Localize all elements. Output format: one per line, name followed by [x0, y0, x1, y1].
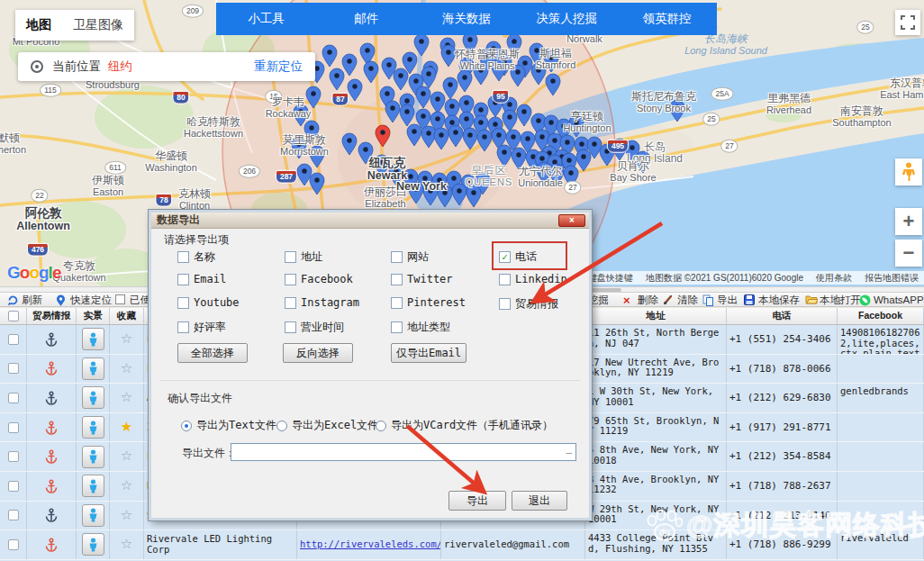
select-all-checkbox[interactable] [8, 311, 19, 321]
anchor-icon [45, 421, 58, 435]
table-row[interactable]: ☆Rivervale LED Lighting Corphttp://river… [0, 530, 924, 560]
export-option-Pinterest[interactable]: Pinterest [391, 296, 466, 309]
pegman-blue-icon [88, 391, 98, 405]
checkbox-icon [391, 274, 403, 285]
export-option-好评率[interactable]: 好评率 [177, 320, 226, 335]
col-header-0[interactable] [0, 308, 27, 324]
col-header-1[interactable]: 贸易情报 [27, 308, 77, 324]
route-shield: 95 [492, 90, 509, 104]
col-header-3[interactable]: 收藏 [110, 308, 144, 324]
dialog-titlebar[interactable]: 数据导出 × [151, 213, 589, 229]
nav-tab-3[interactable]: 决策人挖掘 [517, 3, 617, 35]
street-view-button[interactable] [82, 446, 104, 468]
nav-tab-1[interactable]: 邮件 [316, 3, 416, 35]
export-button[interactable]: 导出 [448, 491, 506, 511]
row-checkbox[interactable] [8, 451, 19, 462]
toolbar-item-local-open[interactable]: 本地打开 [805, 293, 861, 307]
export-option-Youtube[interactable]: Youtube [177, 296, 240, 309]
export-option-Instagram[interactable]: Instagram [285, 296, 359, 309]
map-tab[interactable]: 地图 [15, 17, 62, 33]
favorite-star[interactable]: ★ [121, 422, 132, 433]
cell-address: 79 65th St, Brooklyn, NY 11219 [585, 413, 727, 442]
street-view-button[interactable] [82, 416, 104, 439]
toolbar-item-export[interactable]: 导出 [702, 293, 738, 307]
zoom-out-button[interactable]: − [895, 240, 922, 267]
export-option-营业时间[interactable]: 营业时间 [285, 320, 344, 335]
toolbar-item-refresh[interactable]: 刷新 [7, 293, 42, 307]
export-option-Linkedin[interactable]: Linkedin [499, 273, 567, 285]
nav-tab-2[interactable]: 海关数据 [416, 3, 516, 35]
export-option-名称[interactable]: 名称 [177, 249, 215, 265]
favorite-star[interactable]: ☆ [121, 334, 132, 345]
checkbox-icon [391, 321, 403, 333]
format-radio-0[interactable]: 导出为Text文件 [181, 418, 276, 433]
row-checkbox[interactable] [8, 393, 19, 403]
row-checkbox[interactable] [8, 422, 19, 433]
row-checkbox[interactable] [8, 363, 19, 374]
favorite-star[interactable]: ☆ [121, 481, 132, 492]
export-option-贸易情报[interactable]: 贸易情报 [499, 296, 558, 312]
col-header-9[interactable]: Facebook [838, 308, 924, 324]
location-bar: 当前位置 纽约 重新定位 [18, 52, 315, 81]
street-view-button[interactable] [82, 475, 104, 497]
toolbar-item-whatsapp-verify[interactable]: WhatsAPP验证 [859, 293, 924, 307]
export-option-Facebook[interactable]: Facebook [285, 273, 353, 285]
map-type-toggle: 地图 卫星图像 [15, 10, 134, 41]
export-option-地址类型[interactable]: 地址类型 [391, 320, 450, 335]
col-header-7[interactable]: 地址 [585, 308, 727, 324]
export-option-Email[interactable]: Email [177, 273, 226, 285]
favorite-star[interactable]: ☆ [121, 393, 132, 403]
format-radio-1[interactable]: 导出为Excel文件 [276, 418, 378, 433]
street-view-button[interactable] [82, 386, 104, 409]
nav-tab-0[interactable]: 小工具 [216, 3, 316, 35]
street-view-button[interactable] [82, 504, 104, 527]
relocate-link[interactable]: 重新定位 [254, 59, 303, 75]
report-error-link[interactable]: 报告地图错误 [865, 272, 919, 285]
toolbar-item-clear[interactable]: 清除 [663, 293, 698, 307]
format-radio-2[interactable]: 导出为VCard文件（手机通讯录） [376, 418, 553, 433]
route-shield: 22 [31, 189, 48, 203]
export-file-label: 导出文件： [182, 446, 236, 461]
toolbar-item-local-save[interactable]: 本地保存 [744, 293, 800, 307]
favorite-star[interactable]: ☆ [121, 539, 132, 550]
checkbox-icon [177, 274, 189, 285]
dialog-title: 数据导出 [157, 213, 200, 228]
website-link[interactable]: http://rivervaleleds.com/ [300, 539, 441, 550]
row-checkbox[interactable] [8, 481, 19, 492]
anchor-icon [45, 538, 58, 552]
dialog-close-button[interactable]: × [558, 214, 585, 227]
nav-tab-4[interactable]: 领英群控 [617, 3, 717, 35]
street-view-button[interactable] [82, 357, 104, 380]
col-header-2[interactable]: 实景 [77, 308, 110, 324]
favorite-star[interactable]: ☆ [121, 364, 132, 375]
pegman-button[interactable] [895, 158, 922, 185]
export-email-only-button[interactable]: 仅导出Email [391, 343, 467, 363]
route-shield: 87 [331, 93, 349, 106]
street-view-button[interactable] [82, 328, 104, 350]
street-view-button[interactable] [82, 533, 104, 556]
select-all-button[interactable]: 全部选择 [177, 343, 248, 363]
cell-facebook [838, 442, 924, 471]
zoom-in-button[interactable]: + [895, 208, 922, 235]
exit-button[interactable]: 退出 [512, 491, 567, 511]
export-option-Twitter[interactable]: Twitter [391, 273, 453, 285]
dialog-divider [160, 380, 580, 381]
checkbox-icon [285, 251, 296, 263]
row-checkbox[interactable] [8, 510, 19, 520]
col-header-8[interactable]: 电话 [727, 308, 838, 324]
row-checkbox[interactable] [8, 539, 19, 550]
terms-link[interactable]: 使用条款 [816, 272, 852, 285]
invert-selection-button[interactable]: 反向选择 [283, 343, 353, 363]
export-option-地址[interactable]: 地址 [285, 249, 322, 265]
satellite-tab[interactable]: 卫星图像 [62, 17, 134, 33]
fullscreen-button[interactable] [895, 10, 920, 35]
keyboard-shortcuts-link[interactable]: 键盘快捷键 [588, 272, 633, 285]
cell-address: 4433 College Point Blvd, Flushing, NY 11… [585, 530, 727, 559]
export-option-网站[interactable]: 网站 [391, 249, 429, 265]
toolbar-item-quick-locate[interactable]: 快速定位 [56, 293, 112, 307]
export-file-input[interactable]: — [231, 443, 576, 461]
favorite-star[interactable]: ☆ [121, 451, 132, 462]
favorite-star[interactable]: ☆ [121, 511, 132, 521]
row-checkbox[interactable] [8, 334, 19, 345]
toolbar-item-delete[interactable]: ×删除 [623, 293, 658, 307]
